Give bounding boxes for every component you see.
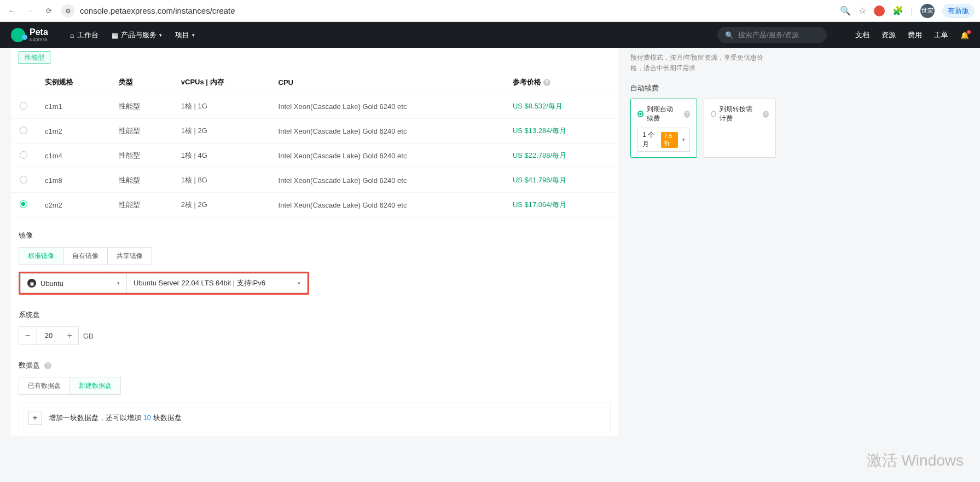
reload-icon[interactable]: ⟳ xyxy=(43,5,55,17)
tab-shared-image[interactable]: 共享镜像 xyxy=(108,248,152,265)
star-icon[interactable]: ☆ xyxy=(859,5,866,16)
search-icon: 🔍 xyxy=(725,31,734,39)
ubuntu-icon: ◉ xyxy=(27,279,36,288)
sysdisk-stepper: − 20 + GB xyxy=(19,326,611,345)
th-spec: 实例规格 xyxy=(36,71,110,94)
table-row[interactable]: c2m2性能型2核 | 2GIntel Xeon(Cascade Lake) G… xyxy=(11,193,618,217)
chevron-down-icon: ▾ xyxy=(682,137,685,142)
radio-icon[interactable] xyxy=(20,102,27,110)
logo-icon xyxy=(11,28,25,42)
radio-icon[interactable] xyxy=(20,176,27,183)
auto-renew-option-label: 到期自动续费 xyxy=(647,105,679,123)
table-row[interactable]: c1m1性能型1核 | 1GIntel Xeon(Cascade Lake) G… xyxy=(11,94,618,119)
cell-cpu: Intel Xeon(Cascade Lake) Gold 6240 etc xyxy=(270,94,504,119)
cell-type: 性能型 xyxy=(110,168,172,193)
url-text: console.petaexpress.com/instances/create xyxy=(80,6,235,15)
sysdisk-value[interactable]: 20 xyxy=(37,327,61,345)
table-row[interactable]: c1m4性能型1核 | 4GIntel Xeon(Cascade Lake) G… xyxy=(11,144,618,168)
top-nav: Peta Express ⌂ 工作台 ▦ 产品与服务 ▾ 项目 ▾ 🔍 搜索产品… xyxy=(0,22,980,48)
extension-icon[interactable] xyxy=(874,5,885,16)
datadisk-section-title: 数据盘 ? xyxy=(19,360,611,370)
convert-ondemand-option[interactable]: 到期转按需计费 ? xyxy=(704,99,776,158)
notifications-icon[interactable]: 🔔 xyxy=(960,31,969,39)
table-row[interactable]: c1m8性能型1核 | 8GIntel Xeon(Cascade Lake) G… xyxy=(11,168,618,193)
plus-icon[interactable]: + xyxy=(28,411,42,425)
tab-standard-image[interactable]: 标准镜像 xyxy=(19,248,63,265)
cell-cpu: Intel Xeon(Cascade Lake) Gold 6240 etc xyxy=(270,168,504,193)
datadisk-tabs: 已有数据盘 新建数据盘 xyxy=(19,377,121,395)
os-version-select[interactable]: Ubuntu Server 22.04 LTS 64bit | 支持IPv6 ▾ xyxy=(127,273,308,293)
radio-icon[interactable] xyxy=(20,151,27,159)
add-disk-row[interactable]: + 增加一块数据盘，还可以增加 10 块数据盘 xyxy=(19,403,611,433)
cell-spec: c1m2 xyxy=(36,119,110,144)
info-icon[interactable]: ? xyxy=(44,362,51,369)
profile-avatar[interactable]: 世宏 xyxy=(920,4,935,18)
table-row[interactable]: c1m2性能型1核 | 2GIntel Xeon(Cascade Lake) G… xyxy=(11,119,618,144)
nav-workspace[interactable]: ⌂ 工作台 xyxy=(70,30,98,40)
nav-products-label: 产品与服务 xyxy=(121,30,156,40)
logo-subtext: Express xyxy=(30,37,48,42)
notification-dot xyxy=(967,30,971,34)
nav-tickets[interactable]: 工单 xyxy=(934,30,948,40)
grid-icon: ▦ xyxy=(112,31,118,39)
th-vcpu: vCPUs | 内存 xyxy=(172,71,270,94)
th-cpu: CPU xyxy=(270,71,504,94)
duration-select[interactable]: 1 个月 7.5折 ▾ xyxy=(637,128,690,152)
zoom-icon[interactable]: 🔍 xyxy=(840,5,851,16)
cell-type: 性能型 xyxy=(110,119,172,144)
th-type: 类型 xyxy=(110,71,172,94)
tab-new-disk[interactable]: 新建数据盘 xyxy=(70,377,120,394)
nav-workspace-label: 工作台 xyxy=(77,30,98,40)
cell-cpu: Intel Xeon(Cascade Lake) Gold 6240 etc xyxy=(270,193,504,217)
nav-resources[interactable]: 资源 xyxy=(882,30,896,40)
increase-button[interactable]: + xyxy=(61,327,78,345)
cell-vcpu: 1核 | 8G xyxy=(172,168,270,193)
search-input[interactable]: 🔍 搜索产品/服务/资源 xyxy=(717,27,827,43)
radio-icon xyxy=(711,111,717,117)
cell-vcpu: 1核 | 4G xyxy=(172,144,270,168)
spec-type-tag[interactable]: 性能型 xyxy=(19,51,50,64)
forward-icon[interactable]: → xyxy=(24,5,36,17)
info-icon[interactable]: ? xyxy=(684,111,690,118)
site-settings-icon[interactable]: ⚙ xyxy=(61,4,74,18)
nav-docs[interactable]: 文档 xyxy=(855,30,869,40)
extensions-icon[interactable]: 🧩 xyxy=(892,5,903,16)
cell-type: 性能型 xyxy=(110,94,172,119)
cell-spec: c1m8 xyxy=(36,168,110,193)
os-select[interactable]: ◉ Ubuntu ▾ xyxy=(20,273,127,293)
cell-spec: c2m2 xyxy=(36,193,110,217)
decrease-button[interactable]: − xyxy=(19,327,37,345)
cell-price: US $22.788/每月 xyxy=(504,144,618,168)
nav-products[interactable]: ▦ 产品与服务 ▾ xyxy=(112,30,162,40)
browser-toolbar: ← → ⟳ ⚙ console.petaexpress.com/instance… xyxy=(0,0,980,22)
radio-icon[interactable] xyxy=(20,127,27,134)
chevron-down-icon: ▾ xyxy=(298,280,300,286)
update-button[interactable]: 有新版 xyxy=(942,4,975,18)
tab-own-image[interactable]: 自有镜像 xyxy=(63,248,108,265)
cell-price: US $41.796/每月 xyxy=(504,168,618,193)
image-tabs: 标准镜像 自有镜像 共享镜像 xyxy=(19,247,152,265)
cell-vcpu: 1核 | 1G xyxy=(172,94,270,119)
tab-existing-disk[interactable]: 已有数据盘 xyxy=(19,377,70,394)
chevron-down-icon: ▾ xyxy=(117,280,120,286)
address-bar[interactable]: ⚙ console.petaexpress.com/instances/crea… xyxy=(61,4,833,18)
back-icon[interactable]: ← xyxy=(5,5,18,17)
sysdisk-section-title: 系统盘 xyxy=(19,310,611,320)
os-version-value: Ubuntu Server 22.04 LTS 64bit | 支持IPv6 xyxy=(134,278,265,288)
info-icon[interactable]: ? xyxy=(763,111,769,118)
cell-cpu: Intel Xeon(Cascade Lake) Gold 6240 etc xyxy=(270,144,504,168)
chevron-down-icon: ▾ xyxy=(192,32,195,38)
nav-billing[interactable]: 费用 xyxy=(908,30,922,40)
cell-type: 性能型 xyxy=(110,193,172,217)
radio-icon[interactable] xyxy=(20,200,27,208)
cell-spec: c1m4 xyxy=(36,144,110,168)
info-icon[interactable]: ? xyxy=(543,79,550,86)
logo[interactable]: Peta Express xyxy=(11,28,48,42)
nav-project[interactable]: 项目 ▾ xyxy=(175,30,195,40)
add-disk-text: 增加一块数据盘，还可以增加 10 块数据盘 xyxy=(49,413,182,423)
auto-renew-option[interactable]: 到期自动续费 ? 1 个月 7.5折 ▾ xyxy=(630,99,697,158)
os-select-value: Ubuntu xyxy=(40,279,63,288)
cell-price: US $13.284/每月 xyxy=(504,119,618,144)
cell-vcpu: 1核 | 2G xyxy=(172,119,270,144)
logo-text: Peta xyxy=(30,28,48,37)
